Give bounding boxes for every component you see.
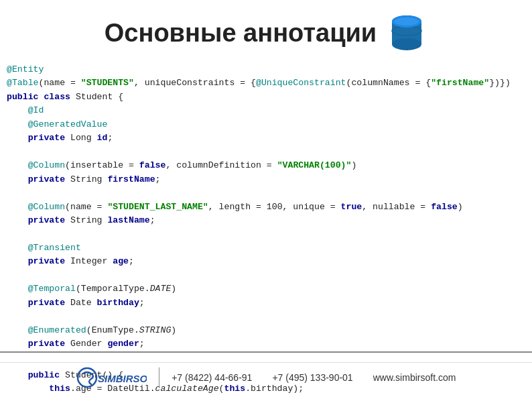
- code-line-enumerated: @Enumerated(EnumType.STRING): [7, 324, 525, 337]
- code-line-blank3: [7, 227, 525, 241]
- phone2: +7 (495) 133-90-01: [272, 372, 352, 383]
- code-line-age: private Integer age;: [7, 255, 525, 268]
- code-line-id-field: private Long id;: [7, 131, 525, 145]
- code-line-id: @Id: [7, 104, 525, 117]
- footer-contacts: +7 (8422) 44-66-91 +7 (495) 133-90-01 ww…: [172, 372, 456, 383]
- code-line-class: public class Student {: [7, 91, 525, 104]
- header: Основные аннотации: [0, 0, 532, 60]
- code-line-table: @Table(name = "STUDENTS", uniqueConstrai…: [7, 76, 525, 90]
- code-line-column2: @Column(name = "STUDENT_LAST_NAME", leng…: [7, 201, 525, 214]
- code-line-blank1: [7, 146, 525, 159]
- code-line-blank4: [7, 269, 525, 282]
- code-line-firstname: private String firstName;: [7, 173, 525, 186]
- svg-point-7: [78, 368, 96, 387]
- footer: SIMBIRSOFT +7 (8422) 44-66-91 +7 (495) 1…: [0, 362, 532, 392]
- website: www.simbirsoft.com: [373, 372, 456, 383]
- footer-divider: [159, 367, 160, 388]
- code-line-blank2: [7, 186, 525, 200]
- svg-point-2: [392, 38, 421, 50]
- code-line-transient: @Transient: [7, 241, 525, 255]
- phone1: +7 (8422) 44-66-91: [172, 372, 252, 383]
- code-line-blank5: [7, 310, 525, 323]
- simbirsoft-logo: SIMBIRSOFT: [76, 367, 147, 388]
- code-line-gender: private Gender gender;: [7, 337, 525, 351]
- code-line-column1: @Column(insertable = false, columnDefini…: [7, 159, 525, 172]
- code-block: @Entity @Table(name = "STUDENTS", unique…: [0, 60, 532, 353]
- database-icon: [386, 12, 427, 54]
- code-line-entity: @Entity: [7, 63, 525, 76]
- code-line-lastname: private String lastName;: [7, 214, 525, 227]
- logo-text: SIMBIRSOFT: [98, 373, 147, 384]
- svg-point-6: [395, 17, 419, 25]
- code-line-birthday: private Date birthday;: [7, 296, 525, 310]
- code-line-generated: @GeneratedValue: [7, 118, 525, 131]
- code-line-constructor-close: }: [7, 396, 525, 399]
- code-line-temporal: @Temporal(TemporalType.DATE): [7, 282, 525, 296]
- page-title: Основные аннотации: [105, 19, 377, 48]
- logo-icon: SIMBIRSOFT: [76, 367, 147, 388]
